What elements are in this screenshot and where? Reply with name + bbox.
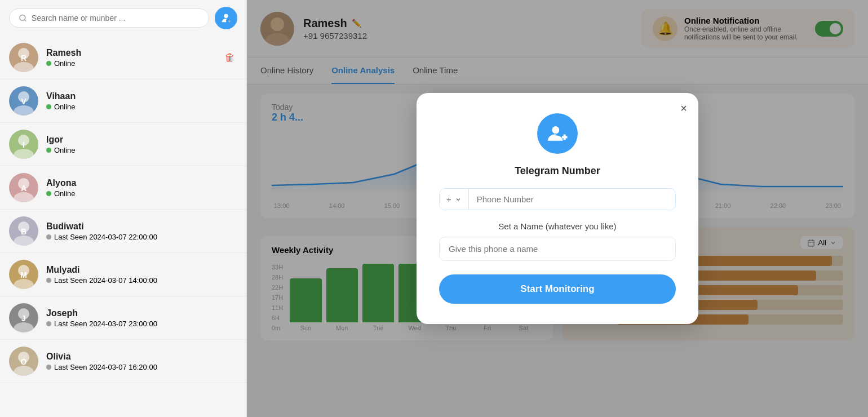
- modal-title: Telegram Number: [439, 165, 676, 177]
- name-input[interactable]: [439, 237, 676, 261]
- status-dot: [46, 191, 51, 196]
- svg-text:V: V: [21, 97, 26, 106]
- contact-avatar: A: [9, 173, 38, 202]
- avatar-img: V: [9, 86, 38, 116]
- contact-info: Olivia Last Seen 2024-03-07 16:20:00: [46, 352, 237, 371]
- status-text: Last Seen 2024-03-07 22:00:00: [54, 233, 157, 241]
- svg-point-46: [552, 126, 560, 134]
- search-input[interactable]: [32, 14, 200, 23]
- svg-line-1: [24, 20, 26, 21]
- user-icon: +: [220, 12, 232, 24]
- contact-name: Alyona: [46, 178, 237, 188]
- country-code-plus: +: [446, 194, 451, 204]
- avatar-img: R: [9, 43, 38, 72]
- modal-close-button[interactable]: ×: [680, 102, 687, 115]
- contact-avatar: I: [9, 130, 38, 159]
- svg-text:I: I: [23, 140, 25, 149]
- add-user-icon-circle: [537, 113, 578, 154]
- contact-info: Ramesh Online: [46, 48, 223, 68]
- contact-status: Last Seen 2024-03-07 23:00:00: [46, 320, 237, 328]
- chevron-down-icon-small: [455, 196, 462, 203]
- contact-avatar: J: [9, 303, 38, 332]
- contact-avatar: M: [9, 260, 38, 289]
- contact-status: Last Seen 2024-03-07 16:20:00: [46, 363, 237, 371]
- status-text: Online: [54, 59, 76, 68]
- contact-avatar: O: [9, 347, 38, 376]
- profile-avatar-button[interactable]: +: [215, 7, 237, 29]
- svg-text:B: B: [21, 227, 26, 236]
- contact-info: Budiwati Last Seen 2024-03-07 22:00:00: [46, 221, 237, 241]
- status-text: Online: [54, 189, 76, 198]
- avatar-img: O: [9, 347, 38, 376]
- contact-status: Last Seen 2024-03-07 14:00:00: [46, 276, 237, 285]
- status-dot: [46, 365, 51, 370]
- contact-name: Ramesh: [46, 48, 223, 58]
- avatar-img: A: [9, 173, 38, 202]
- status-dot: [46, 278, 51, 283]
- contact-item[interactable]: R Ramesh Online 🗑: [0, 36, 246, 79]
- status-dot: [46, 104, 51, 109]
- contact-info: Mulyadi Last Seen 2024-03-07 14:00:00: [46, 265, 237, 285]
- contact-info: Joseph Last Seen 2024-03-07 23:00:00: [46, 308, 237, 328]
- contact-item[interactable]: I Igor Online: [0, 123, 246, 166]
- contact-item[interactable]: V Vihaan Online: [0, 79, 246, 123]
- contact-list: R Ramesh Online 🗑 V Vihaan Online: [0, 36, 246, 417]
- contact-status: Online: [46, 59, 223, 68]
- contact-item[interactable]: B Budiwati Last Seen 2024-03-07 22:00:00: [0, 210, 246, 253]
- svg-text:R: R: [21, 54, 26, 63]
- delete-button[interactable]: 🗑: [223, 50, 237, 66]
- contact-status: Last Seen 2024-03-07 22:00:00: [46, 233, 237, 241]
- contact-name: Mulyadi: [46, 265, 237, 275]
- svg-point-2: [224, 14, 228, 18]
- contact-status: Online: [46, 146, 237, 154]
- contact-info: Vihaan Online: [46, 91, 237, 111]
- status-dot: [46, 61, 51, 66]
- status-dot: [46, 234, 51, 239]
- status-text: Online: [54, 103, 76, 111]
- status-text: Last Seen 2024-03-07 16:20:00: [54, 363, 157, 371]
- status-dot: [46, 321, 51, 326]
- contact-avatar: V: [9, 86, 38, 116]
- contact-name: Budiwati: [46, 221, 237, 232]
- contact-item[interactable]: J Joseph Last Seen 2024-03-07 23:00:00: [0, 296, 246, 340]
- svg-text:O: O: [21, 357, 27, 366]
- phone-number-input[interactable]: [469, 189, 675, 210]
- contact-avatar: B: [9, 216, 38, 246]
- phone-input-row: +: [439, 188, 676, 210]
- contact-status: Online: [46, 103, 237, 111]
- status-dot: [46, 148, 51, 153]
- contact-item[interactable]: O Olivia Last Seen 2024-03-07 16:20:00: [0, 340, 246, 383]
- status-text: Last Seen 2024-03-07 23:00:00: [54, 320, 157, 328]
- sidebar: + R Ramesh Online 🗑 V: [0, 0, 247, 417]
- add-person-icon: [547, 123, 568, 144]
- contact-name: Vihaan: [46, 91, 237, 101]
- name-label: Set a Name (whatever you like): [439, 221, 676, 231]
- contact-item[interactable]: A Alyona Online: [0, 166, 246, 210]
- contact-status: Online: [46, 189, 237, 198]
- status-text: Last Seen 2024-03-07 14:00:00: [54, 276, 157, 285]
- svg-text:+: +: [228, 19, 231, 24]
- avatar-img: J: [9, 303, 38, 332]
- add-number-modal: × Telegram Number +: [417, 93, 698, 324]
- country-code-select[interactable]: +: [440, 189, 469, 210]
- contact-name: Joseph: [46, 308, 237, 318]
- search-bar: +: [0, 0, 246, 36]
- search-input-wrap[interactable]: [9, 8, 209, 28]
- svg-text:J: J: [21, 314, 26, 323]
- contact-item[interactable]: M Mulyadi Last Seen 2024-03-07 14:00:00: [0, 253, 246, 296]
- main-content: Ramesh ✏️ +91 9657239312 🔔 Online Notifi…: [247, 0, 868, 417]
- modal-overlay: × Telegram Number +: [247, 0, 868, 417]
- contact-name: Igor: [46, 135, 237, 145]
- start-monitoring-button[interactable]: Start Monitoring: [439, 274, 676, 304]
- status-text: Online: [54, 146, 76, 154]
- contact-info: Igor Online: [46, 135, 237, 154]
- modal-icon: [439, 113, 676, 154]
- avatar-img: M: [9, 260, 38, 289]
- avatar-img: I: [9, 130, 38, 159]
- svg-text:M: M: [20, 270, 27, 280]
- contact-name: Olivia: [46, 352, 237, 362]
- search-icon: [19, 14, 27, 23]
- contact-info: Alyona Online: [46, 178, 237, 198]
- svg-text:A: A: [21, 184, 26, 193]
- avatar-img: B: [9, 216, 38, 246]
